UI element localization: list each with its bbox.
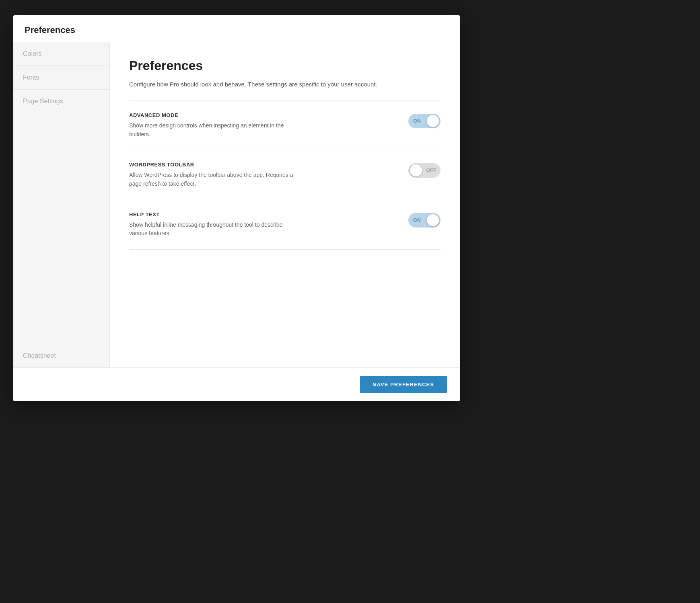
- setting-label-advanced-mode: ADVANCED MODE: [129, 112, 298, 118]
- modal-header: Preferences: [13, 15, 460, 42]
- toggle-wp-toolbar[interactable]: OFF: [408, 163, 441, 178]
- content-area: Preferences Configure how Pro should loo…: [110, 42, 460, 367]
- page-description: Configure how Pro should look and behave…: [129, 80, 441, 89]
- toggle-help-text[interactable]: ON: [408, 213, 441, 228]
- setting-row-advanced-mode: ADVANCED MODE Show more design controls …: [129, 112, 441, 150]
- sidebar-item-cheatsheet[interactable]: Cheatsheet: [13, 344, 109, 367]
- divider-3: [129, 200, 441, 200]
- toggle-knob-wp-toolbar: [410, 164, 422, 176]
- toggle-label-wp-toolbar: OFF: [426, 168, 436, 173]
- modal-body: Colors Fonts Page Settings Cheatsheet Pr…: [13, 42, 460, 367]
- toggle-label-advanced-mode: ON: [413, 118, 421, 124]
- setting-row-wp-toolbar: WORDPRESS TOOLBAR Allow WordPress to dis…: [129, 162, 441, 199]
- toggle-knob-advanced-mode: [427, 115, 439, 127]
- sidebar: Colors Fonts Page Settings Cheatsheet: [13, 42, 110, 367]
- setting-row-help-text: HELP TEXT Show helpful inline messaging …: [129, 211, 441, 249]
- toggle-advanced-mode[interactable]: ON: [408, 114, 441, 128]
- preferences-modal: Preferences Colors Fonts Page Settings C…: [13, 15, 460, 401]
- divider-4: [129, 249, 441, 250]
- setting-desc-advanced-mode: Show more design controls when inspectin…: [129, 121, 298, 139]
- page-title: Preferences: [129, 58, 441, 73]
- modal-footer: SAVE PREFERENCES: [13, 367, 460, 401]
- setting-label-wp-toolbar: WORDPRESS TOOLBAR: [129, 162, 298, 168]
- sidebar-item-colors[interactable]: Colors: [13, 42, 109, 66]
- toggle-label-help-text: ON: [413, 217, 421, 223]
- setting-info-help-text: HELP TEXT Show helpful inline messaging …: [129, 211, 298, 238]
- setting-info-advanced-mode: ADVANCED MODE Show more design controls …: [129, 112, 298, 139]
- setting-info-wp-toolbar: WORDPRESS TOOLBAR Allow WordPress to dis…: [129, 162, 298, 188]
- sidebar-item-page-settings[interactable]: Page Settings: [13, 90, 109, 113]
- toggle-knob-help-text: [427, 214, 439, 226]
- setting-label-help-text: HELP TEXT: [129, 211, 298, 217]
- setting-desc-wp-toolbar: Allow WordPress to display the toolbar a…: [129, 171, 298, 188]
- divider-1: [129, 100, 441, 101]
- save-preferences-button[interactable]: SAVE PREFERENCES: [360, 376, 447, 393]
- toggle-wrapper-advanced-mode: ON: [408, 114, 441, 128]
- divider-2: [129, 150, 441, 150]
- modal-header-title: Preferences: [25, 25, 75, 35]
- toggle-wrapper-help-text: ON: [408, 213, 441, 228]
- setting-desc-help-text: Show helpful inline messaging throughout…: [129, 221, 298, 238]
- toggle-wrapper-wp-toolbar: OFF: [408, 163, 441, 178]
- sidebar-item-fonts[interactable]: Fonts: [13, 66, 109, 90]
